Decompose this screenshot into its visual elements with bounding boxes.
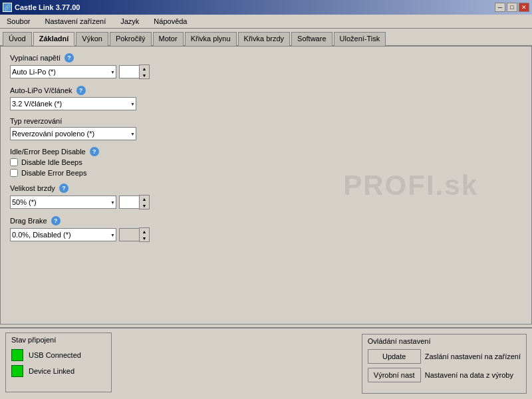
menu-soubor[interactable]: Soubor [3,16,34,27]
drag-brake-spin-up[interactable]: ▲ [140,228,149,235]
drag-brake-number-input[interactable]: 0.0 [119,228,139,241]
auto-lipo-select-wrapper: 3.2 V/článek (*) 3.0 V/článek 3.4 V/člán… [10,97,136,110]
auto-lipo-section: Auto-LiPo V/článek ? 3.2 V/článek (*) 3.… [10,86,522,110]
vypinaci-select[interactable]: Auto Li-Po (*) 3.0V 3.2V 3.4V [10,65,116,78]
vypinaci-spin-up[interactable]: ▲ [140,65,149,72]
auto-lipo-label: Auto-LiPo V/článek ? [10,86,522,95]
auto-lipo-row: 3.2 V/článek (*) 3.0 V/článek 3.4 V/člán… [10,97,522,110]
device-status-item: Device Linked [11,365,106,377]
auto-lipo-help-icon[interactable]: ? [76,86,86,95]
drag-brake-label: Drag Brake ? [10,216,522,225]
usb-status-item: USB Connected [11,349,106,361]
vypinaci-napeti-section: Vypínací napětí ? Auto Li-Po (*) 3.0V 3.… [10,53,522,79]
tab-motor[interactable]: Motor [153,32,184,46]
update-row: Update Zaslání nastavení na zařízení [368,349,521,364]
velikost-brzdy-spin-buttons: ▲ ▼ [139,195,150,209]
disable-error-label: Disable Error Beeps [21,169,86,177]
usb-status-label: USB Connected [29,351,81,359]
tab-krivka-plynu[interactable]: Křivka plynu [185,32,237,46]
drag-brake-section: Drag Brake ? 0.0%, Disabled (*) 2% 5% 10… [10,216,522,242]
tab-vykon[interactable]: Výkon [76,32,108,46]
disable-error-checkbox[interactable] [10,169,18,177]
connection-status-panel: Stav připojení USB Connected Device Link… [5,332,112,392]
maximize-button[interactable]: □ [507,3,517,12]
close-button[interactable]: ✕ [519,3,529,12]
status-bar: Stav připojení USB Connected Device Link… [0,327,532,399]
disable-idle-checkbox[interactable] [10,158,18,166]
app-icon: 🔗 [3,3,12,12]
drag-brake-help-icon[interactable]: ? [51,216,61,225]
window-controls: ─ □ ✕ [495,3,529,12]
drag-brake-spin-buttons: ▲ ▼ [139,227,150,242]
tab-pokrocily[interactable]: Pokročilý [110,32,152,46]
connection-panel-title: Stav připojení [11,336,106,344]
drag-brake-select-wrapper: 0.0%, Disabled (*) 2% 5% 10% [10,228,116,241]
content-panel: PROFI.sk Vypínací napětí ? Auto Li-Po (*… [0,47,532,325]
vyrobni-desc: Nastavení na data z výroby [425,370,513,380]
minimize-button[interactable]: ─ [495,3,505,12]
vypinaci-napeti-label: Vypínací napětí ? [10,53,522,63]
vypinaci-number-input[interactable]: 4.0 [119,65,139,78]
vypinaci-napeti-row: Auto Li-Po (*) 3.0V 3.2V 3.4V 4.0 ▲ ▼ [10,65,522,79]
tab-krivka-brzdy[interactable]: Křivka brzdy [238,32,291,46]
disable-idle-row: Disable Idle Beeps [10,158,522,166]
vypinaci-spin-down[interactable]: ▼ [140,72,149,78]
device-status-label: Device Linked [29,367,74,375]
vypinaci-number-group: 4.0 ▲ ▼ [119,65,150,79]
disable-idle-label: Disable Idle Beeps [21,158,82,166]
update-desc: Zaslání nastavení na zařízení [425,352,521,361]
velikost-brzdy-number-group: 50 ▲ ▼ [119,195,150,209]
velikost-brzdy-label: Velikost brzdy ? [10,184,522,193]
menu-nastaveni[interactable]: Nastavení zařízení [41,16,110,27]
drag-brake-number-group: 0.0 ▲ ▼ [119,227,150,242]
drag-brake-spin-down[interactable]: ▼ [140,235,149,241]
idle-error-checkbox-group: Disable Idle Beeps Disable Error Beeps [10,158,522,177]
idle-error-label: Idle/Error Beep Disable ? [10,147,522,156]
velikost-brzdy-number-input[interactable]: 50 [119,196,139,209]
title-bar: 🔗 Castle Link 3.77.00 ─ □ ✕ [0,0,532,15]
idle-error-section: Idle/Error Beep Disable ? Disable Idle B… [10,147,522,177]
menu-bar: Soubor Nastavení zařízení Jazyk Nápověda [0,15,532,29]
vyrobni-button[interactable]: Výrobní nast [368,368,421,382]
typ-reverzovani-select-wrapper: Reverzování povoleno (*) Zakázáno Povole… [10,127,136,140]
device-led [11,365,23,377]
disable-error-row: Disable Error Beeps [10,169,522,177]
velikost-brzdy-section: Velikost brzdy ? 50% (*) 0% 25% 75% 100%… [10,184,522,209]
velikost-brzdy-spin-up[interactable]: ▲ [140,196,149,202]
menu-jazyk[interactable]: Jazyk [116,16,143,27]
drag-brake-select[interactable]: 0.0%, Disabled (*) 2% 5% 10% [10,228,116,241]
tab-bar: Úvod Základní Výkon Pokročilý Motor Křiv… [0,29,532,47]
typ-reverzovani-select[interactable]: Reverzování povoleno (*) Zakázáno Povole… [10,127,136,140]
auto-lipo-select[interactable]: 3.2 V/článek (*) 3.0 V/článek 3.4 V/člán… [10,97,136,110]
vypinaci-spin-buttons: ▲ ▼ [139,65,150,79]
control-panel-title: Ovládání nastavení [368,337,521,345]
typ-reverzovani-row: Reverzování povoleno (*) Zakázáno Povole… [10,127,522,140]
velikost-brzdy-spin-down[interactable]: ▼ [140,202,149,209]
drag-brake-row: 0.0%, Disabled (*) 2% 5% 10% 0.0 ▲ ▼ [10,227,522,242]
tab-uvod[interactable]: Úvod [3,32,32,46]
vyrobni-row: Výrobní nast Nastavení na data z výroby [368,368,521,382]
velikost-brzdy-select-wrapper: 50% (*) 0% 25% 75% 100% [10,196,116,209]
tab-software[interactable]: Software [291,32,332,46]
velikost-brzdy-select[interactable]: 50% (*) 0% 25% 75% 100% [10,196,116,209]
usb-led [11,349,23,361]
idle-error-help-icon[interactable]: ? [90,147,99,156]
typ-reverzovani-section: Typ reverzování Reverzování povoleno (*)… [10,117,522,140]
velikost-brzdy-help-icon[interactable]: ? [59,184,68,193]
control-panel: Ovládání nastavení Update Zaslání nastav… [362,334,527,394]
tab-ulozeni-tisk[interactable]: Uložení-Tisk [334,32,386,46]
velikost-brzdy-row: 50% (*) 0% 25% 75% 100% 50 ▲ ▼ [10,195,522,209]
typ-reverzovani-label: Typ reverzování [10,117,522,125]
tab-zakladni[interactable]: Základní [33,32,75,46]
vypinaci-select-wrapper: Auto Li-Po (*) 3.0V 3.2V 3.4V [10,65,116,78]
app-title: Castle Link 3.77.00 [15,3,80,11]
update-button[interactable]: Update [368,349,421,364]
menu-napoveda[interactable]: Nápověda [150,16,191,27]
vypinaci-help-icon[interactable]: ? [65,53,74,63]
